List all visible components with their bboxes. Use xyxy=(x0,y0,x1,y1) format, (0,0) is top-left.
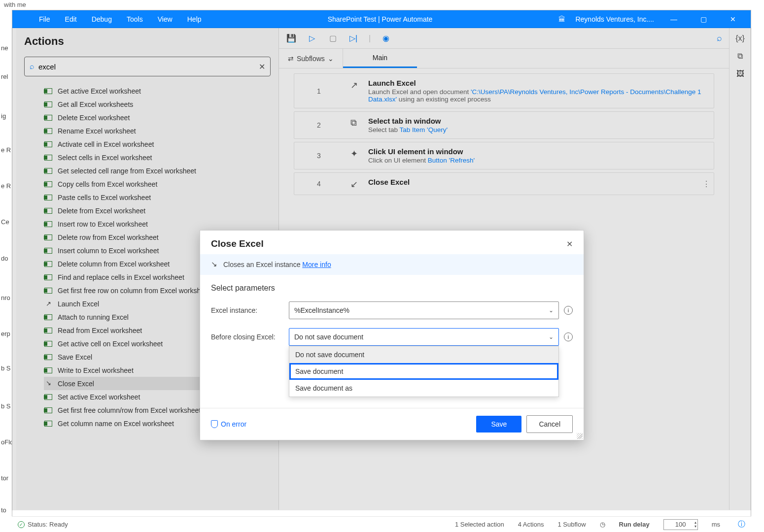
dialog-resize-grip[interactable] xyxy=(577,433,583,439)
edge-frag: ne xyxy=(1,44,8,52)
run-delay-label: Run delay xyxy=(619,521,650,528)
before-closing-dropdown: Do not save document Save document Save … xyxy=(289,346,559,397)
clock-icon: ◷ xyxy=(600,521,605,528)
edge-frag: b S xyxy=(1,402,11,410)
close-excel-icon: ↗ xyxy=(211,260,217,269)
status-actions: 4 Actions xyxy=(518,521,544,528)
dd-option-save-document[interactable]: Save document xyxy=(289,363,558,380)
shield-icon xyxy=(211,420,218,428)
before-closing-value: Do not save document xyxy=(294,333,363,341)
edge-frag: to xyxy=(1,506,6,514)
status-subflows: 1 Subflow xyxy=(557,521,586,528)
dialog-info-bar: ↗ Closes an Excel instance More info xyxy=(200,254,584,275)
excel-instance-value: %ExcelInstance% xyxy=(294,306,349,314)
menu-edit[interactable]: Edit xyxy=(65,15,77,23)
run-delay-input[interactable]: 100 ▴▾ xyxy=(663,519,698,530)
edge-frag: Ce xyxy=(1,218,9,226)
dialog-info-text: Closes an Excel instance xyxy=(223,261,302,268)
chevron-down-icon: ⌄ xyxy=(549,333,554,340)
before-closing-label: Before closing Excel: xyxy=(211,333,282,341)
menu-debug[interactable]: Debug xyxy=(92,15,112,23)
cancel-button[interactable]: Cancel xyxy=(526,415,573,433)
edge-frag: e R xyxy=(1,182,11,190)
info-icon[interactable]: i xyxy=(564,332,573,341)
menu-file[interactable]: File xyxy=(39,15,50,23)
titlebar: File Edit Debug Tools View Help SharePoi… xyxy=(12,10,751,28)
dd-option-save-document-as[interactable]: Save document as xyxy=(289,380,558,397)
edge-frag: do xyxy=(1,255,8,262)
status-selected: 1 Selected action xyxy=(455,521,504,528)
run-delay-unit: ms xyxy=(712,521,720,528)
excel-instance-field[interactable]: %ExcelInstance% ⌄ xyxy=(289,301,559,319)
excel-instance-label: Excel instance: xyxy=(211,306,282,314)
main-menu: File Edit Debug Tools View Help xyxy=(12,15,202,23)
status-ready: Status: Ready xyxy=(28,521,68,528)
dialog-close-icon[interactable]: ✕ xyxy=(566,239,573,249)
close-window-button[interactable]: ✕ xyxy=(723,15,743,23)
on-error-label: On error xyxy=(221,420,246,428)
more-info-link[interactable]: More info xyxy=(302,261,331,268)
statusbar: ✓ Status: Ready 1 Selected action 4 Acti… xyxy=(12,516,751,532)
edge-frag: erp xyxy=(1,330,10,337)
org-name[interactable]: Reynolds Ventures, Inc.... xyxy=(575,15,654,23)
edge-frag: nro xyxy=(1,294,10,301)
status-ok-icon: ✓ xyxy=(18,521,25,528)
edge-frag: tor xyxy=(1,474,8,482)
edge-frag: rel xyxy=(1,73,8,80)
edge-frag: ig xyxy=(1,112,6,120)
outer-text-fragment: with me xyxy=(4,1,26,8)
window-title: SharePoint Test | Power Automate xyxy=(202,15,559,23)
maximize-button[interactable]: ▢ xyxy=(694,15,713,23)
dialog-title: Close Excel xyxy=(211,238,264,249)
org-icon: 🏛 xyxy=(558,15,565,23)
minimize-button[interactable]: — xyxy=(664,15,684,23)
close-excel-dialog: Close Excel ✕ ↗ Closes an Excel instance… xyxy=(200,230,584,440)
menu-tools[interactable]: Tools xyxy=(127,15,143,23)
run-delay-value: 100 xyxy=(675,521,686,528)
menu-view[interactable]: View xyxy=(158,15,173,23)
edge-frag: e R xyxy=(1,146,11,154)
save-button[interactable]: Save xyxy=(476,416,521,432)
before-closing-field[interactable]: Do not save document ⌄ xyxy=(289,328,559,346)
on-error-link[interactable]: On error xyxy=(211,420,246,428)
chevron-down-icon: ⌄ xyxy=(549,307,554,314)
status-info-icon[interactable]: ⓘ xyxy=(738,520,745,529)
info-icon[interactable]: i xyxy=(564,306,573,315)
section-title: Select parameters xyxy=(211,284,573,293)
edge-frag: b S xyxy=(1,365,11,372)
menu-help[interactable]: Help xyxy=(187,15,202,23)
dd-option-do-not-save[interactable]: Do not save document xyxy=(289,346,558,363)
